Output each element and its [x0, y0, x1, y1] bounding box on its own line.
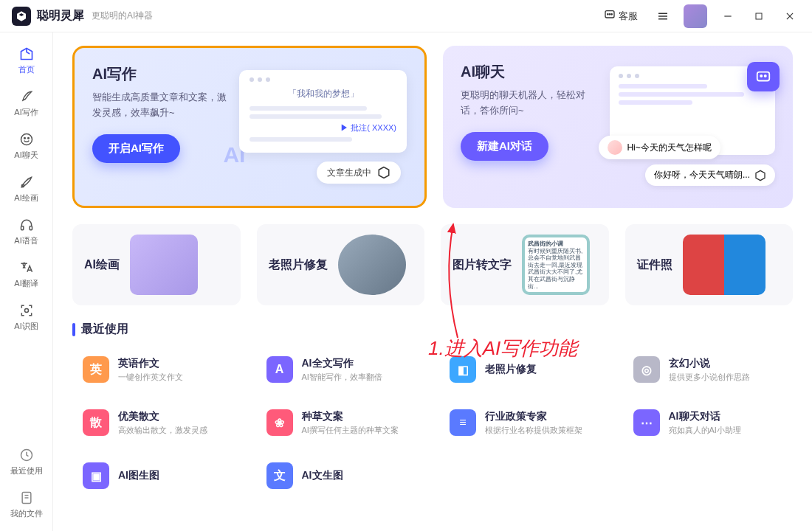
recent-item-icon: 散	[83, 409, 109, 436]
svg-point-13	[27, 138, 29, 139]
nav-label: AI翻译	[14, 278, 38, 289]
app-name: 聪明灵犀	[37, 8, 84, 24]
start-ai-write-button[interactable]: 开启AI写作	[92, 134, 180, 163]
recent-item-icon: ◧	[450, 356, 476, 383]
svg-point-23	[760, 75, 762, 77]
recent-item-sub: 宛如真人的AI小助理	[669, 425, 741, 436]
hero-ai-chat-card[interactable]: AI聊天 更聪明的聊天机器人，轻松对话，答你所问~ 新建AI对话	[443, 46, 793, 208]
recent-item[interactable]: ▣ AI图生图	[72, 454, 243, 498]
close-button[interactable]	[780, 6, 800, 27]
nav-label: 我的文件	[10, 508, 43, 519]
hero-title: AI聊天	[461, 62, 599, 82]
home-icon	[18, 46, 35, 62]
feature-img-to-text[interactable]: 图片转文字 武昌街的小调 有时候到重庆随买书,总会不自觉地到武昌街去走一回,最近…	[441, 224, 609, 305]
feature-thumbnail	[683, 235, 765, 295]
recent-item[interactable]: 文 AI文生图	[256, 454, 427, 498]
maximize-button[interactable]	[749, 6, 769, 27]
nav-label: AI写作	[14, 107, 38, 118]
new-ai-chat-button[interactable]: 新建AI对话	[461, 132, 548, 161]
svg-point-2	[609, 14, 610, 15]
minimize-button[interactable]	[718, 6, 738, 27]
svg-point-1	[608, 14, 608, 15]
scan-icon	[18, 302, 35, 319]
generation-status: 文章生成中	[317, 162, 401, 184]
nav-ai-write[interactable]: AI写作	[4, 84, 49, 122]
recent-item[interactable]: 英 英语作文 一键创作英文作文	[72, 347, 243, 392]
nav-ai-voice[interactable]: AI语音	[4, 212, 49, 251]
nav-label: AI识图	[14, 321, 38, 332]
recent-item-icon: ▣	[83, 462, 109, 489]
chat-bubble-ai: 你好呀，今天天气晴朗...	[645, 164, 775, 186]
chat-bubble-user: Hi~今天的天气怎样呢	[599, 136, 720, 159]
mock-title: 「我和我的梦想」	[250, 88, 396, 100]
feature-ai-paint[interactable]: AI绘画	[72, 224, 241, 305]
recent-grid: 英 英语作文 一键创作英文作文 A AI全文写作 AI智能写作，效率翻倍 ◧ 老…	[72, 347, 793, 498]
feature-cards-row: AI绘画 老照片修复 图片转文字 武昌街的小调 有时候到重庆随买书,总会不自觉地…	[72, 224, 793, 305]
svg-rect-22	[757, 72, 770, 81]
recent-item-title: 老照片修复	[485, 363, 537, 376]
feature-title: 证件照	[637, 257, 672, 273]
svg-point-14	[21, 184, 24, 187]
recent-item-title: AI图生图	[118, 469, 159, 482]
chat-icon	[604, 9, 616, 23]
recent-item-sub: 提供更多小说创作思路	[669, 372, 750, 383]
nav-ai-chat[interactable]: AI聊天	[4, 127, 49, 165]
recent-header: 最近使用	[72, 322, 793, 337]
recent-item[interactable]: ◎ 玄幻小说 提供更多小说创作思路	[623, 347, 794, 392]
recent-item-title: 英语作文	[118, 357, 183, 370]
recent-item-sub: 根据行业名称提供政策框架	[485, 425, 582, 436]
hero-desc: 智能生成高质量文章和文案，激发灵感，效率飙升~	[92, 90, 230, 121]
recent-item[interactable]: A AI全文写作 AI智能写作，效率翻倍	[256, 347, 427, 392]
hamburger-menu-button[interactable]	[653, 6, 673, 27]
nav-ai-translate[interactable]: AI翻译	[4, 255, 49, 294]
recent-item[interactable]: ≡ 行业政策专家 根据行业名称提供政策框架	[439, 400, 610, 445]
hero-title: AI写作	[92, 64, 230, 84]
recent-item-icon: ⋯	[633, 409, 660, 436]
nav-ai-ocr[interactable]: AI识图	[4, 298, 49, 336]
section-bar-icon	[72, 323, 75, 336]
svg-point-12	[24, 138, 25, 139]
mock-anno: ▶ 批注( XXXX)	[250, 122, 396, 133]
feature-photo-restore[interactable]: 老照片修复	[257, 224, 425, 305]
svg-rect-16	[30, 226, 32, 230]
feather-icon	[18, 88, 35, 105]
headphone-icon	[18, 217, 35, 233]
clock-icon	[18, 447, 35, 463]
support-button[interactable]: 客服	[599, 6, 642, 26]
nav-my-files[interactable]: 我的文件	[4, 485, 49, 524]
recent-item[interactable]: 散 优美散文 高效输出散文，激发灵感	[72, 400, 243, 445]
titlebar: 聪明灵犀 更聪明的AI神器 客服	[0, 0, 812, 32]
nav-label: AI聊天	[14, 150, 38, 161]
recent-item-icon: ◎	[633, 356, 660, 383]
feature-id-photo[interactable]: 证件照	[625, 224, 794, 305]
recent-item[interactable]: ⋯ AI聊天对话 宛如真人的AI小助理	[623, 400, 794, 445]
user-avatar[interactable]	[684, 4, 707, 28]
nav-label: AI绘画	[14, 192, 38, 204]
nav-home[interactable]: 首页	[4, 41, 49, 80]
nav-ai-paint[interactable]: AI绘画	[4, 170, 49, 208]
recent-item[interactable]: ❀ 种草文案 AI撰写任何主题的种草文案	[256, 400, 427, 445]
feature-title: AI绘画	[84, 257, 120, 273]
nav-label: 最近使用	[10, 465, 43, 476]
recent-item-sub: 一键创作英文作文	[118, 372, 183, 383]
message-float-icon	[747, 62, 780, 91]
recent-item-title: AI聊天对话	[669, 410, 741, 423]
recent-item-title: AI全文写作	[302, 357, 382, 370]
recent-item-icon: 英	[83, 356, 109, 383]
recent-item-title: 种草文案	[302, 410, 399, 423]
feature-title: 图片转文字	[453, 257, 512, 273]
app-logo-icon	[12, 7, 31, 26]
feature-title: 老照片修复	[269, 257, 328, 273]
hero-ai-write-card[interactable]: AI写作 智能生成高质量文章和文案，激发灵感，效率飙升~ 开启AI写作 AI 「…	[72, 46, 427, 208]
smile-icon	[18, 131, 35, 148]
svg-point-11	[21, 134, 32, 145]
recent-item[interactable]: ◧ 老照片修复	[439, 347, 610, 392]
svg-point-17	[24, 309, 28, 313]
svg-rect-8	[756, 13, 762, 19]
recent-item-sub: AI撰写任何主题的种草文案	[302, 425, 399, 436]
recent-item-icon: A	[266, 356, 293, 383]
svg-rect-15	[21, 226, 23, 230]
recent-item-sub: AI智能写作，效率翻倍	[302, 372, 382, 383]
support-label: 客服	[619, 10, 638, 23]
nav-recent[interactable]: 最近使用	[4, 442, 49, 481]
